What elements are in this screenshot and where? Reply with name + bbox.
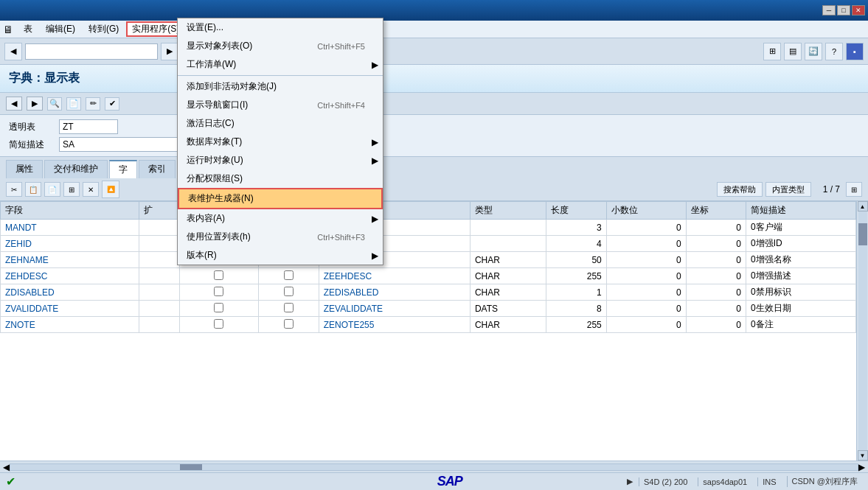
menu-version[interactable]: 版本(R) ▶: [178, 246, 383, 265]
menu-settings[interactable]: 设置(E)...: [178, 18, 383, 37]
menu-overlay: 设置(E)... 显示对象列表(O) Ctrl+Shift+F5 工作清单(W)…: [0, 0, 868, 490]
menu-runtime-obj[interactable]: 运行时对象(U) ▶: [178, 151, 383, 169]
menu-where-used[interactable]: 使用位置列表(h) Ctrl+Shift+F3: [178, 228, 383, 246]
menu-show-obj-list[interactable]: 显示对象列表(O) Ctrl+Shift+F5: [178, 37, 383, 55]
menu-show-nav[interactable]: 显示导航窗口(I) Ctrl+Shift+F4: [178, 96, 383, 114]
separator-a: [178, 75, 383, 76]
menu-activate-log[interactable]: 激活日志(C): [178, 114, 383, 133]
dropdown-menu: 设置(E)... 显示对象列表(O) Ctrl+Shift+F5 工作清单(W)…: [177, 18, 383, 265]
menu-table-content[interactable]: 表内容(A) ▶: [178, 209, 383, 228]
menu-assign-auth[interactable]: 分配权限组(S): [178, 169, 383, 188]
menu-table-maint-gen[interactable]: 表维护生成器(N): [178, 188, 383, 209]
menu-db-object[interactable]: 数据库对象(T) ▶: [178, 133, 383, 151]
menu-worklist[interactable]: 工作清单(W) ▶: [178, 55, 383, 74]
menu-add-inactive[interactable]: 添加到非活动对象池(J): [178, 77, 383, 96]
